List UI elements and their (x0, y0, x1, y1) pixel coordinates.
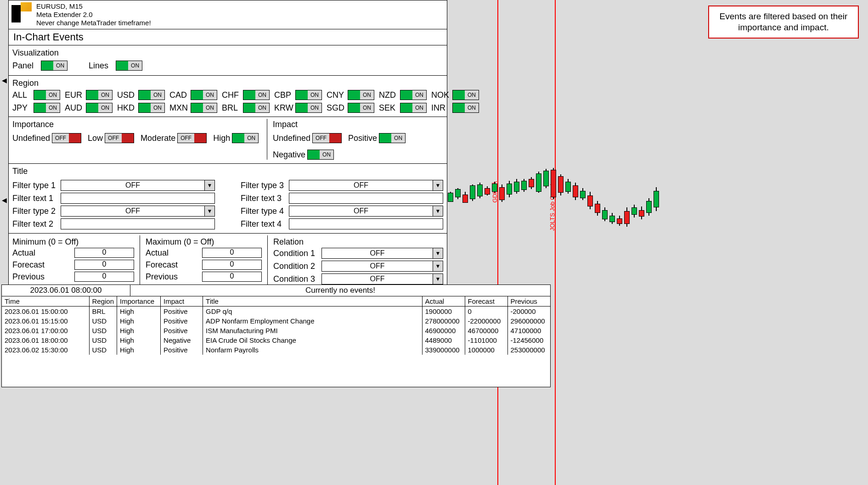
region-label-all: ALL (12, 90, 31, 100)
region-toggle-nzd[interactable]: on (400, 90, 427, 100)
region-toggle-brl[interactable]: on (243, 103, 270, 113)
chart-symbol: EURUSD, M15 (36, 2, 151, 11)
region-label-usd: USD (117, 90, 135, 100)
events-row[interactable]: 2023.06.01 17:00:00USDHighPositiveISM Ma… (2, 326, 550, 335)
chevron-down-icon: ▼ (204, 180, 214, 190)
events-col-forecast: Forecast (465, 296, 507, 307)
filter-text-3-label: Filter text 3 (241, 194, 289, 203)
section-region-title: Region (12, 78, 443, 90)
filter-type-3-dropdown[interactable]: OFF▼ (289, 180, 443, 191)
condition3-dropdown[interactable]: OFF▼ (321, 273, 443, 284)
events-row[interactable]: 2023.06.01 15:00:00BRLHighPositiveGDP q/… (2, 307, 550, 317)
filter-type-2-label: Filter type 2 (12, 206, 61, 216)
region-label-eur: EUR (65, 90, 83, 100)
region-label-cad: CAD (169, 90, 188, 100)
region-toggle-hkd[interactable]: on (138, 103, 165, 113)
importance-label-moderate: Moderate (141, 134, 175, 143)
events-panel: 2023.06.01 08:00:00 Currently no events!… (1, 284, 551, 387)
events-row[interactable]: 2023.06.01 15:15:00USDHighPositiveADP No… (2, 316, 550, 326)
filter-type-4-dropdown[interactable]: OFF▼ (289, 206, 443, 217)
region-toggle-inr[interactable]: on (452, 103, 479, 113)
region-toggle-cbp[interactable]: on (295, 90, 322, 100)
filter-text-3-input[interactable] (289, 193, 443, 204)
settings-panel: EURUSD, M15 Meta Extender 2.0 Never chan… (8, 0, 447, 289)
filter-type-1-dropdown[interactable]: OFF▼ (61, 180, 215, 191)
events-col-title: Title (203, 296, 422, 307)
max-previous-input[interactable]: 0 (202, 272, 262, 282)
condition2-dropdown[interactable]: OFF▼ (321, 261, 443, 272)
importance-toggle-low[interactable]: off (105, 133, 134, 143)
filter-text-1-label: Filter text 1 (12, 194, 61, 203)
region-toggle-mxn[interactable]: on (191, 103, 217, 113)
events-col-previous: Previous (507, 296, 550, 307)
impact-toggle-positive[interactable]: on (379, 133, 406, 143)
region-toggle-jpy[interactable]: on (34, 103, 60, 113)
section-relation-title: Relation (273, 237, 443, 247)
region-toggle-eur[interactable]: on (86, 90, 113, 100)
region-toggle-sgd[interactable]: on (348, 103, 374, 113)
region-toggle-usd[interactable]: on (138, 90, 165, 100)
region-label-cbp: CBP (274, 90, 293, 100)
filter-text-2-input[interactable] (61, 218, 215, 229)
importance-toggle-moderate[interactable]: off (177, 133, 207, 143)
region-toggle-cny[interactable]: on (348, 90, 374, 100)
region-toggle-sek[interactable]: on (400, 103, 427, 113)
min-forecast-input[interactable]: 0 (74, 260, 134, 270)
impact-toggle-undefined[interactable]: off (312, 133, 342, 143)
importance-toggle-undefined[interactable]: off (52, 133, 81, 143)
chevron-down-icon: ▼ (433, 206, 443, 216)
collapse-handle-top[interactable]: ◀ (0, 76, 8, 85)
region-label-aud: AUD (65, 103, 83, 113)
importance-toggle-high[interactable]: on (232, 133, 259, 143)
max-previous-label: Previous (146, 272, 197, 282)
importance-label-undefined: Undefined (12, 134, 50, 143)
chevron-down-icon: ▼ (433, 261, 443, 271)
region-label-nzd: NZD (379, 90, 397, 100)
events-status: Currently no events! (130, 285, 550, 296)
region-toggle-aud[interactable]: on (86, 103, 113, 113)
filter-text-4-input[interactable] (289, 218, 443, 229)
min-previous-label: Previous (12, 272, 69, 282)
region-toggle-cad[interactable]: on (191, 90, 217, 100)
region-label-chf: CHF (222, 90, 240, 100)
region-toggle-nok[interactable]: on (452, 90, 479, 100)
region-label-inr: INR (431, 103, 450, 113)
events-current-time: 2023.06.01 08:00:00 (2, 285, 130, 296)
region-label-cny: CNY (327, 90, 345, 100)
min-forecast-label: Forecast (12, 260, 69, 270)
events-table: TimeRegionImportanceImpactTitleActualFor… (2, 296, 550, 355)
region-label-hkd: HKD (117, 103, 135, 113)
collapse-handle-bottom[interactable]: ◀ (0, 195, 8, 205)
filter-type-3-label: Filter type 3 (241, 181, 289, 190)
condition2-label: Condition 2 (273, 262, 315, 271)
chevron-down-icon: ▼ (433, 274, 443, 284)
filter-text-2-label: Filter text 2 (12, 219, 61, 229)
section-visualization-title: Visualization (12, 47, 443, 60)
section-minimum-title: Minimum (0 = Off) (12, 237, 134, 247)
chevron-down-icon: ▼ (204, 206, 214, 216)
max-actual-label: Actual (146, 248, 197, 258)
region-toggle-krw[interactable]: on (295, 103, 322, 113)
max-forecast-input[interactable]: 0 (202, 260, 262, 270)
condition1-label: Condition 1 (273, 249, 315, 258)
region-label-sgd: SGD (327, 103, 345, 113)
region-label-brl: BRL (222, 103, 240, 113)
max-forecast-label: Forecast (146, 260, 197, 270)
filter-text-1-input[interactable] (61, 193, 215, 204)
impact-toggle-negative[interactable]: on (307, 150, 334, 160)
section-importance-title: Importance (12, 119, 261, 131)
chevron-down-icon: ▼ (433, 180, 443, 190)
product-warning: Never change MetaTrader timeframe! (36, 19, 151, 27)
panel-toggle[interactable]: on (41, 61, 68, 71)
max-actual-input[interactable]: 0 (202, 248, 262, 258)
lines-toggle[interactable]: on (116, 61, 142, 71)
events-row[interactable]: 2023.06.02 15:30:00USDHighPositiveNonfar… (2, 345, 550, 355)
filter-type-2-dropdown[interactable]: OFF▼ (61, 206, 215, 217)
min-previous-input[interactable]: 0 (74, 272, 134, 282)
region-toggle-all[interactable]: on (34, 90, 60, 100)
region-toggle-chf[interactable]: on (243, 90, 270, 100)
min-actual-input[interactable]: 0 (74, 248, 134, 258)
panel-switch-label: Panel (12, 61, 34, 71)
condition1-dropdown[interactable]: OFF▼ (321, 248, 443, 259)
events-row[interactable]: 2023.06.01 18:00:00USDHighNegativeEIA Cr… (2, 335, 550, 345)
